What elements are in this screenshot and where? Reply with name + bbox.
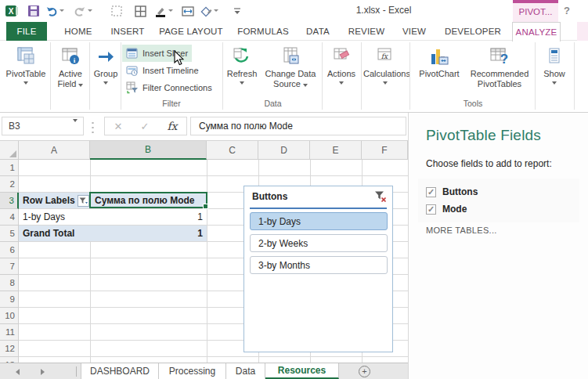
cell-b4[interactable]: 1 — [90, 209, 207, 226]
window-title: 1.xlsx - Excel — [329, 5, 438, 16]
undo-icon[interactable] — [45, 4, 64, 18]
show-button[interactable]: Show — [538, 42, 571, 110]
redo-dropdown — [88, 9, 92, 14]
svg-text:X: X — [9, 7, 14, 16]
sheet-nav-right-icon[interactable] — [41, 369, 45, 375]
formula-text: Сумма по полю Mode — [199, 121, 293, 132]
cell-a5[interactable]: Grand Total — [19, 226, 90, 242]
row-header-4[interactable]: 4 — [0, 209, 19, 226]
actions-button[interactable]: Actions — [324, 42, 359, 110]
column-width-icon[interactable] — [181, 4, 195, 18]
insert-timeline-button[interactable]: Insert Timeline — [122, 62, 203, 79]
tab-formulas[interactable]: FORMULAS — [232, 22, 294, 41]
pivottable-fields-pane: PivotTable Fields Choose fields to add t… — [408, 113, 588, 379]
pivottable-icon — [3, 42, 49, 69]
row-labels-filter-icon[interactable] — [78, 195, 89, 207]
col-header-b[interactable]: B — [90, 141, 207, 160]
contextual-tab-shading — [577, 22, 588, 41]
sheet-nav-left-icon[interactable] — [16, 369, 20, 375]
undo-dropdown[interactable] — [60, 9, 64, 14]
help-icon[interactable]: ? — [564, 5, 570, 16]
contextual-tab-group[interactable]: PIVOT... — [513, 0, 558, 22]
shape-edit-icon[interactable] — [199, 4, 219, 18]
new-sheet-button[interactable]: + — [359, 366, 370, 377]
col-header-d[interactable]: D — [258, 141, 310, 160]
row-header-2[interactable]: 2 — [0, 176, 19, 193]
row-header-9[interactable]: 9 — [0, 291, 19, 308]
mode-checkbox[interactable]: ✓ — [426, 204, 436, 215]
sheet-tab-resources[interactable]: Resources — [265, 363, 339, 379]
row-header-6[interactable]: 6 — [0, 242, 19, 258]
tab-review[interactable]: REVIEW — [341, 22, 391, 41]
enter-icon[interactable]: ✓ — [140, 121, 149, 132]
tab-bar-divider — [76, 366, 77, 377]
filter-connections-button[interactable]: Filter Connections — [122, 79, 216, 96]
row-header-8[interactable]: 8 — [0, 275, 19, 291]
fill-handle[interactable] — [203, 204, 208, 209]
buttons-checkbox[interactable]: ✓ — [426, 187, 436, 197]
shape-edit-dropdown[interactable] — [214, 9, 218, 14]
slicer-title: Buttons — [252, 191, 287, 202]
tab-insert[interactable]: INSERT — [105, 22, 150, 41]
cell-b3-selected[interactable]: Сумма по полю Mode — [89, 192, 207, 208]
active-field-button[interactable]: i Active Field — [52, 42, 88, 110]
row-header-1[interactable]: 1 — [0, 160, 19, 176]
calculations-label: Calculations — [363, 69, 407, 79]
row-header-3[interactable]: 3 — [0, 193, 19, 209]
col-header-c[interactable]: C — [207, 141, 258, 160]
row-header-10[interactable]: 10 — [0, 308, 19, 324]
select-all-corner[interactable] — [0, 141, 19, 160]
sheet-tab-data[interactable]: Data — [226, 363, 265, 379]
slicer-item-by-weeks[interactable]: 2-by Weeks — [250, 234, 388, 252]
slicer-item-by-days[interactable]: 1-by Days — [250, 212, 388, 230]
pivottable-label: PivotTable — [3, 69, 49, 79]
tab-developer[interactable]: DEVELOPER — [437, 22, 509, 41]
window-grid-icon[interactable] — [133, 4, 147, 18]
tab-file[interactable]: FILE — [6, 22, 47, 41]
row-header-13[interactable]: 13 — [0, 357, 19, 363]
name-box[interactable]: B3 — [2, 117, 84, 135]
insert-slicer-icon — [126, 47, 139, 60]
row-header-5[interactable]: 5 — [0, 226, 19, 242]
row-header-7[interactable]: 7 — [0, 258, 19, 275]
cell-a3[interactable]: Row Labels — [19, 193, 90, 209]
tab-view[interactable]: VIEW — [395, 22, 434, 41]
selection-mode-icon[interactable] — [110, 4, 124, 18]
recommended-pivottables-label: Recommended PivotTables — [467, 69, 532, 89]
draw-border-dropdown[interactable] — [168, 9, 173, 14]
tab-page-layout[interactable]: PAGE LAYOUT — [153, 22, 229, 41]
slicer-buttons[interactable]: Buttons 1-by Days 2-by Weeks 3-by Months — [243, 186, 393, 352]
customize-qat-icon[interactable] — [230, 4, 244, 18]
sheet-tab-dashboard[interactable]: DASHBOARD — [81, 363, 159, 379]
group-button[interactable]: Group — [92, 42, 120, 110]
calculations-button[interactable]: fx Calculations — [363, 42, 407, 110]
sheet-tab-bar: DASHBOARD Processing Data Resources + — [0, 363, 408, 379]
field-row-buttons[interactable]: ✓ Buttons — [418, 183, 579, 200]
more-tables-link[interactable]: MORE TABLES... — [426, 226, 497, 235]
cell-b5[interactable]: 1 — [90, 226, 207, 242]
col-header-a[interactable]: A — [19, 141, 90, 160]
save-icon[interactable] — [27, 4, 41, 18]
clear-filter-icon[interactable] — [374, 190, 387, 203]
pivottable-button[interactable]: PivotTable — [3, 42, 49, 110]
tab-analyze[interactable]: ANALYZE — [512, 22, 561, 42]
formula-bar-splitter[interactable] — [92, 121, 94, 133]
tab-data[interactable]: DATA — [298, 22, 338, 41]
col-header-f[interactable]: F — [362, 141, 408, 160]
row-header-11[interactable]: 11 — [0, 324, 19, 341]
cancel-icon[interactable]: ✕ — [114, 121, 123, 132]
excel-logo-icon: X — [5, 4, 19, 18]
field-row-mode[interactable]: ✓ Mode — [418, 200, 579, 218]
excel-window: X 1.xlsx - Excel PIV — [0, 0, 588, 379]
draw-border-icon[interactable] — [153, 4, 174, 18]
row-header-12[interactable]: 12 — [0, 341, 19, 357]
insert-function-icon[interactable]: fx — [167, 120, 177, 132]
name-box-dropdown-icon[interactable] — [73, 119, 78, 125]
cell-a4[interactable]: 1-by Days — [19, 209, 90, 226]
insert-timeline-icon — [126, 64, 139, 77]
formula-input[interactable]: Сумма по полю Mode — [190, 117, 406, 135]
tab-home[interactable]: HOME — [56, 22, 100, 41]
slicer-item-by-months[interactable]: 3-by Months — [250, 256, 388, 274]
col-header-e[interactable]: E — [310, 141, 362, 160]
sheet-tab-processing[interactable]: Processing — [159, 363, 226, 379]
